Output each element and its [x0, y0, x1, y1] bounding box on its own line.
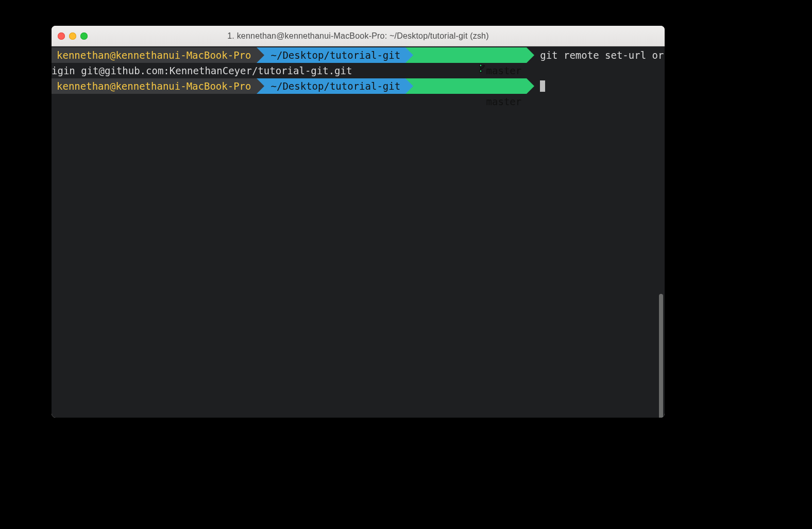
- traffic-lights: [58, 32, 88, 40]
- svg-point-2: [479, 64, 481, 67]
- zoom-button[interactable]: [80, 32, 88, 40]
- close-button[interactable]: [58, 32, 65, 40]
- prompt-userhost-segment: kennethan@kennethanui-MacBook-Pro: [52, 47, 257, 63]
- terminal-body[interactable]: kennethan@kennethanui-MacBook-Pro ~/Desk…: [52, 46, 665, 418]
- prompt-userhost: kennethan@kennethanui-MacBook-Pro: [57, 47, 251, 63]
- scrollbar-thumb[interactable]: [659, 294, 663, 418]
- git-branch-icon: [479, 63, 485, 73]
- window-titlebar[interactable]: 1. kennethan@kennethanui-MacBook-Pro: ~/…: [52, 26, 665, 46]
- prompt-userhost: kennethan@kennethanui-MacBook-Pro: [57, 78, 251, 94]
- command-text-wrapped: igin git@github.com:KennethanCeyer/tutor…: [52, 63, 352, 78]
- window-title: 1. kennethan@kennethanui-MacBook-Pro: ~/…: [52, 26, 665, 46]
- prompt-path-segment: ~/Desktop/tutorial-git: [257, 78, 406, 94]
- minimize-button[interactable]: [69, 32, 76, 40]
- prompt-path-segment: ~/Desktop/tutorial-git: [257, 47, 406, 63]
- prompt-path: ~/Desktop/tutorial-git: [271, 78, 401, 94]
- terminal-line: kennethan@kennethanui-MacBook-Pro ~/Desk…: [52, 47, 665, 63]
- prompt-path: ~/Desktop/tutorial-git: [271, 47, 401, 63]
- prompt-branch-segment: master: [405, 78, 527, 94]
- terminal-line: kennethan@kennethanui-MacBook-Pro ~/Desk…: [52, 78, 665, 94]
- terminal-line: igin git@github.com:KennethanCeyer/tutor…: [52, 63, 665, 78]
- terminal-window: 1. kennethan@kennethanui-MacBook-Pro: ~/…: [52, 26, 665, 418]
- prompt-userhost-segment: kennethan@kennethanui-MacBook-Pro: [52, 78, 257, 94]
- svg-point-3: [479, 70, 481, 72]
